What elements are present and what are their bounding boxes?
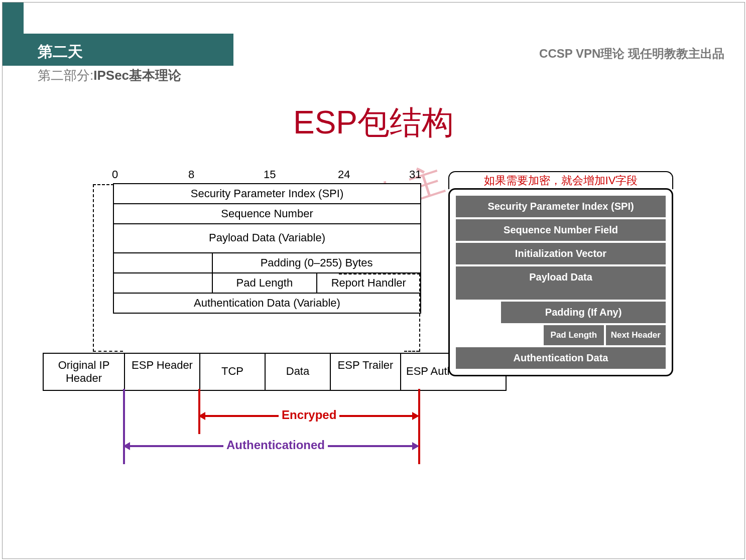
slide: 第二天 第二部分:IPSec基本理论 CCSP VPN理论 现任明教教主出品 E… bbox=[2, 2, 745, 559]
pkt-orig-ip: Original IP Header bbox=[44, 354, 124, 390]
dash-left bbox=[93, 184, 114, 352]
iv-note: 如果需要加密，就会增加IV字段 bbox=[448, 171, 673, 189]
bit-ruler: 0 8 15 24 31 bbox=[113, 168, 419, 183]
subtitle: 第二部分:IPSec基本理论 bbox=[38, 67, 181, 84]
bit-15: 15 bbox=[264, 168, 276, 181]
enc-arrow-l bbox=[198, 412, 205, 420]
gb-padding: Padding (If Any) bbox=[500, 301, 667, 324]
iv-note-text: 如果需要加密，就会增加IV字段 bbox=[484, 174, 638, 187]
dash-right bbox=[339, 273, 420, 352]
subtitle-bold: IPSec基本理论 bbox=[93, 68, 181, 83]
bit-0: 0 bbox=[112, 168, 118, 181]
gb-padlen: Pad Length bbox=[543, 324, 604, 346]
field-payload: Payload Data (Variable) bbox=[114, 224, 420, 252]
diagram: 现任明教教主 0 8 15 24 31 Security Parameter I… bbox=[43, 163, 705, 484]
gb-payload: Payload Data bbox=[455, 265, 667, 301]
subtitle-prefix: 第二部分: bbox=[38, 68, 93, 83]
auth-arrow-l bbox=[123, 442, 130, 450]
slide-title: ESP包结构 bbox=[3, 101, 744, 145]
gb-next: Next Header bbox=[605, 324, 667, 346]
pkt-tcp: TCP bbox=[199, 354, 265, 390]
payload-tail bbox=[114, 252, 212, 272]
header-accent bbox=[3, 34, 233, 66]
enc-tick-right bbox=[418, 389, 420, 464]
gb-seq: Sequence Number Field bbox=[455, 218, 667, 242]
auth-arrow-r bbox=[412, 442, 419, 450]
padding-tail bbox=[114, 272, 212, 293]
dash-right-h bbox=[404, 351, 419, 352]
dash-left-h bbox=[93, 351, 123, 352]
field-seq: Sequence Number bbox=[114, 204, 420, 223]
field-padlen: Pad Length bbox=[212, 272, 316, 293]
enc-label: Encryped bbox=[279, 408, 339, 422]
auth-tick-left bbox=[123, 389, 125, 464]
packet-row: Original IP Header ESP Header TCP Data E… bbox=[43, 353, 507, 391]
esp-with-iv-box: Security Parameter Index (SPI) Sequence … bbox=[448, 188, 673, 376]
field-spi: Security Parameter Index (SPI) bbox=[114, 184, 420, 203]
gb-spi: Security Parameter Index (SPI) bbox=[455, 195, 667, 218]
day-label: 第二天 bbox=[38, 42, 83, 62]
pkt-data: Data bbox=[265, 354, 330, 390]
bit-31: 31 bbox=[409, 168, 421, 181]
bit-24: 24 bbox=[338, 168, 350, 181]
gb-auth: Authentication Data bbox=[455, 346, 667, 370]
title-cn: 包结构 bbox=[357, 105, 454, 141]
auth-label: Authenticationed bbox=[223, 438, 328, 452]
field-padding: Padding (0–255) Bytes bbox=[212, 252, 420, 272]
gb-iv: Initialization Vector bbox=[455, 242, 667, 265]
pkt-esp-header: ESP Header bbox=[124, 354, 199, 390]
corner-accent bbox=[3, 3, 24, 66]
enc-tick-left bbox=[198, 389, 200, 434]
enc-arrow-r bbox=[412, 412, 419, 420]
bit-8: 8 bbox=[188, 168, 194, 181]
pkt-esp-trailer: ESP Trailer bbox=[330, 354, 400, 390]
course-tag: CCSP VPN理论 现任明教教主出品 bbox=[539, 46, 724, 62]
